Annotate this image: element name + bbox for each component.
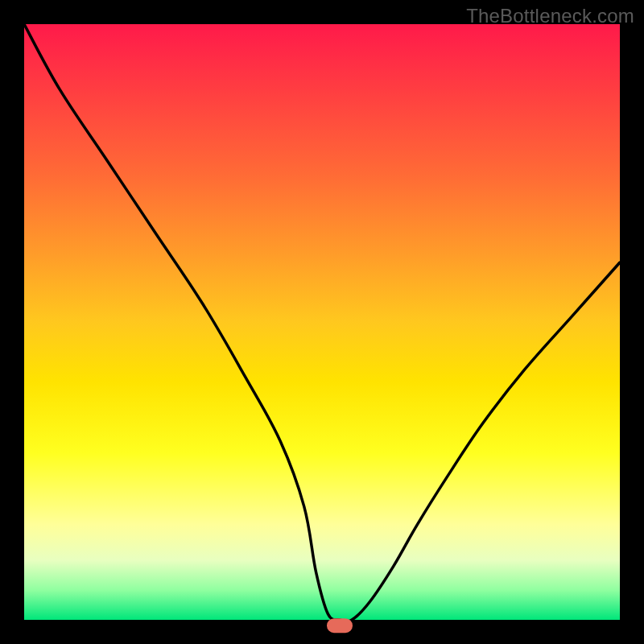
watermark-text: TheBottleneck.com [466, 5, 634, 27]
plot-area [24, 24, 620, 620]
plot-background-gradient [24, 24, 620, 620]
chart-frame: TheBottleneck.com [0, 0, 644, 644]
bottleneck-marker [327, 618, 353, 633]
